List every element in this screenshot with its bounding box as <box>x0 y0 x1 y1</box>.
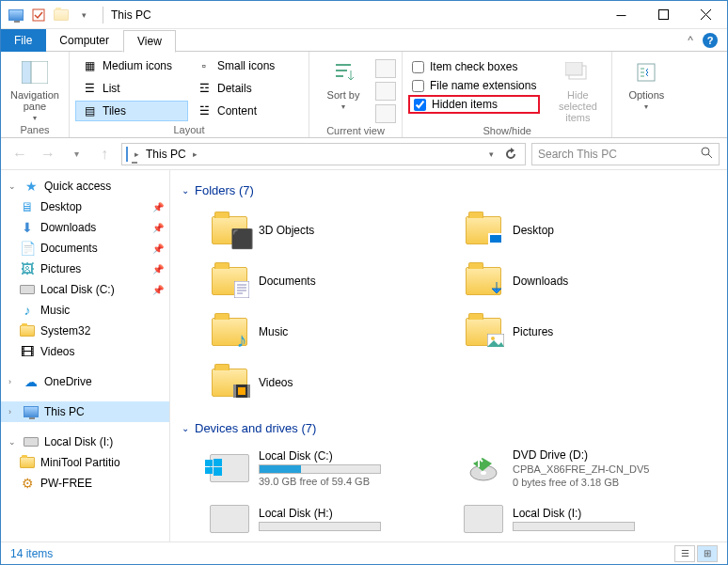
layout-list[interactable]: ☰List <box>75 78 188 99</box>
ribbon-group-current-view: Sort by ▾ Current view <box>309 52 403 137</box>
tab-view[interactable]: View <box>123 30 176 53</box>
sidebar-local-disk-i[interactable]: ⌄Local Disk (I:) <box>1 432 169 452</box>
address-history-icon[interactable]: ▾ <box>486 149 497 159</box>
svg-point-7 <box>702 148 709 155</box>
sidebar-quick-access[interactable]: ⌄★Quick access <box>1 176 169 196</box>
ribbon-group-panes: Navigation pane ▾ Panes <box>1 52 70 137</box>
maximize-button[interactable] <box>642 1 685 29</box>
folders-section-header[interactable]: ⌄Folders (7) <box>182 183 716 197</box>
sidebar-item-downloads[interactable]: ⬇Downloads📌 <box>1 217 169 238</box>
folder-music[interactable]: ♪Music <box>210 308 445 355</box>
help-icon[interactable]: ? <box>703 33 718 48</box>
pc-icon <box>24 404 39 419</box>
recent-locations-button[interactable]: ▾ <box>65 143 87 165</box>
folder-desktop[interactable]: Desktop <box>464 207 699 254</box>
chevron-down-icon[interactable]: ⌄ <box>8 437 18 447</box>
pin-icon: 📌 <box>152 223 164 233</box>
details-view-button[interactable]: ☰ <box>674 545 695 562</box>
sidebar-item-music[interactable]: ♪Music <box>1 300 169 321</box>
options-button[interactable]: Options ▾ <box>618 55 674 122</box>
sidebar-item-system32[interactable]: System32 <box>1 321 169 341</box>
sort-by-button[interactable]: Sort by ▾ <box>315 55 372 111</box>
pc-icon <box>126 148 128 161</box>
star-icon: ★ <box>24 179 39 194</box>
qat-properties-icon[interactable] <box>29 6 48 24</box>
drive-local-disk-i[interactable]: Local Disk (I:) <box>464 495 699 541</box>
ribbon-group-show-hide: Item check boxes File name extensions Hi… <box>403 52 612 137</box>
group-by-button[interactable] <box>375 59 396 78</box>
item-check-boxes-checkbox[interactable]: Item check boxes <box>408 57 540 76</box>
sidebar-this-pc[interactable]: ›This PC <box>1 401 169 422</box>
content-pane: ⌄Folders (7) ⬛3D Objects Desktop Documen… <box>170 170 727 541</box>
folder-videos[interactable]: Videos <box>210 359 445 406</box>
svg-rect-0 <box>33 9 44 21</box>
minimize-button[interactable]: ─ <box>600 1 642 29</box>
ribbon-group-layout: ▦Medium icons ▫Small icons ☰List ☲Detail… <box>70 52 309 137</box>
sidebar-item-documents[interactable]: 📄Documents📌 <box>1 238 169 259</box>
drives-section-header[interactable]: ⌄Devices and drives (7) <box>182 421 716 435</box>
folder-documents[interactable]: Documents <box>210 258 445 305</box>
folder-pictures[interactable]: Pictures <box>464 308 699 355</box>
svg-rect-12 <box>233 385 236 398</box>
svg-rect-17 <box>205 467 213 474</box>
svg-rect-6 <box>638 64 655 81</box>
qat-new-folder-icon[interactable] <box>52 6 71 24</box>
tab-file[interactable]: File <box>1 29 46 52</box>
layout-tiles[interactable]: ▤Tiles <box>75 101 188 121</box>
ribbon-tabs: File Computer View ^ ? <box>1 29 727 52</box>
sidebar-item-pw-free[interactable]: ⚙PW-FREE <box>1 473 169 494</box>
file-name-extensions-checkbox[interactable]: File name extensions <box>408 76 540 95</box>
navigation-pane-button[interactable]: Navigation pane ▾ <box>7 55 63 122</box>
disk-icon <box>24 434 39 449</box>
large-icons-view-button[interactable]: ⊞ <box>697 545 718 562</box>
sidebar-item-desktop[interactable]: 🖥Desktop📌 <box>1 196 169 217</box>
tab-computer[interactable]: Computer <box>46 29 123 52</box>
sidebar-item-pictures[interactable]: 🖼Pictures📌 <box>1 259 169 279</box>
folder-icon <box>20 323 35 338</box>
system-icon[interactable] <box>7 6 25 24</box>
hidden-items-checkbox[interactable]: Hidden items <box>408 95 540 114</box>
pin-icon: 📌 <box>152 285 164 295</box>
chevron-right-icon[interactable]: › <box>8 377 18 386</box>
sidebar-item-minitool[interactable]: MiniTool Partitio <box>1 452 169 473</box>
layout-content[interactable]: ☱Content <box>190 101 303 121</box>
svg-point-10 <box>491 337 495 340</box>
title-bar: ▾ This PC ─ <box>1 1 727 29</box>
drive-local-disk-h[interactable]: Local Disk (H:) <box>210 495 445 541</box>
ribbon-group-options: Options ▾ <box>612 52 680 137</box>
root-dropdown-icon[interactable]: ▸ <box>132 149 142 159</box>
sidebar-item-local-disk-c[interactable]: Local Disk (C:)📌 <box>1 279 169 300</box>
space-bar <box>259 522 381 531</box>
up-button[interactable]: ↑ <box>93 143 116 165</box>
drive-dvd-d[interactable]: DVD Drive (D:)CPBA_X86FRE_ZH-CN_DV50 byt… <box>464 445 699 492</box>
folder-downloads[interactable]: Downloads <box>464 258 699 305</box>
app-icon: ⚙ <box>20 476 35 491</box>
drive-local-disk-c[interactable]: Local Disk (C:)39.0 GB free of 59.4 GB <box>210 445 445 492</box>
disk-icon <box>20 282 35 297</box>
crumb-dropdown-icon[interactable]: ▸ <box>190 149 200 159</box>
breadcrumb-this-pc[interactable]: This PC <box>146 148 186 161</box>
address-bar[interactable]: ▸ This PC ▸ ▾ <box>121 143 526 165</box>
desktop-icon: 🖥 <box>20 199 35 214</box>
sidebar-item-videos[interactable]: 🎞Videos <box>1 341 169 362</box>
back-button[interactable]: ← <box>8 143 31 165</box>
refresh-icon[interactable] <box>500 144 521 165</box>
chevron-down-icon[interactable]: ⌄ <box>8 181 18 191</box>
chevron-right-icon[interactable]: › <box>8 407 18 416</box>
qat-customize-icon[interactable]: ▾ <box>74 6 93 24</box>
close-button[interactable] <box>685 1 727 29</box>
layout-details[interactable]: ☲Details <box>190 78 303 99</box>
search-input[interactable]: Search This PC <box>531 143 720 165</box>
pin-icon: 📌 <box>152 202 164 212</box>
layout-medium-icons[interactable]: ▦Medium icons <box>75 55 188 76</box>
svg-rect-14 <box>238 387 245 395</box>
size-columns-button[interactable] <box>375 104 396 123</box>
chevron-down-icon: ⌄ <box>182 185 189 196</box>
folder-3d-objects[interactable]: ⬛3D Objects <box>210 207 445 254</box>
forward-button[interactable]: → <box>37 143 59 165</box>
sidebar-onedrive[interactable]: ›☁OneDrive <box>1 371 169 392</box>
video-icon: 🎞 <box>20 344 35 359</box>
layout-small-icons[interactable]: ▫Small icons <box>190 55 303 76</box>
collapse-ribbon-icon[interactable]: ^ <box>688 34 693 47</box>
add-columns-button[interactable] <box>375 82 396 101</box>
